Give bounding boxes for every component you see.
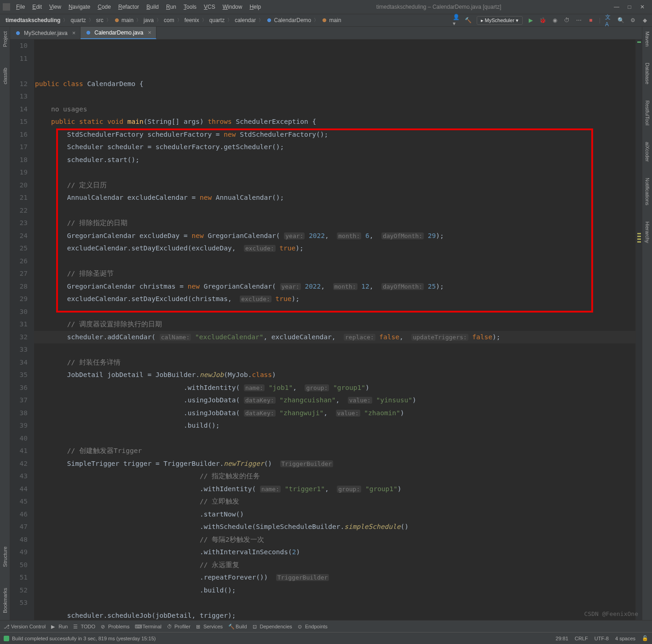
warning-marker[interactable] [637, 236, 641, 237]
menu-view[interactable]: View [46, 2, 64, 12]
close-button[interactable]: ✕ [639, 4, 646, 10]
bottom-todo[interactable]: ☰TODO [73, 624, 95, 629]
gutter-line[interactable]: 20 [10, 179, 28, 192]
code-line[interactable]: public static void main(String[] args) t… [34, 116, 635, 128]
gutter-line[interactable]: 17 [10, 141, 28, 154]
code-line[interactable]: // 永远重复 [34, 559, 635, 572]
gutter-line[interactable]: 36 [10, 382, 28, 395]
tab-myscheduler[interactable]: MyScheduler.java× [10, 27, 81, 39]
code-line[interactable]: // 指定触发的任务 [34, 470, 635, 483]
bottom-services[interactable]: ⊞Services [196, 624, 223, 629]
code-line[interactable]: scheduler.addCalendar( calName: "exclude… [34, 331, 635, 344]
gutter-line[interactable]: 21 [10, 191, 28, 204]
code-line[interactable]: // 每隔2秒触发一次 [34, 534, 635, 546]
crumb-src[interactable]: src [94, 16, 105, 24]
code-line[interactable]: StdSchedulerFactory schedulerFactory = n… [34, 128, 635, 141]
menu-navigate[interactable]: Navigate [65, 2, 93, 12]
gutter-line[interactable]: 18 [10, 154, 28, 167]
code-line[interactable]: // 封装任务详情 [34, 356, 635, 369]
menu-refactor[interactable]: Refactor [115, 2, 142, 12]
tool-maven[interactable]: Maven [644, 29, 651, 51]
gutter-line[interactable]: 42 [10, 458, 28, 470]
code-line[interactable] [34, 306, 635, 319]
gutter-line[interactable]: 51 [10, 571, 28, 584]
code-line[interactable]: .withSchedule(SimpleScheduleBuilder.simp… [34, 521, 635, 534]
crumb-java[interactable]: java [142, 16, 156, 24]
gutter-line[interactable] [10, 65, 28, 78]
gutter-line[interactable]: 31 [10, 318, 28, 331]
right-gutter[interactable] [635, 40, 642, 620]
bottom-run[interactable]: ▶Run [51, 624, 68, 629]
warning-marker[interactable] [637, 241, 641, 243]
gutter-line[interactable]: 11 [10, 52, 28, 65]
warning-marker[interactable] [637, 238, 641, 240]
crumb-quartz[interactable]: quartz [69, 16, 87, 24]
gutter-line[interactable]: 28 [10, 280, 28, 293]
code-line[interactable]: excludeCalendar.setDayExcluded(excludeDa… [34, 242, 635, 255]
minimize-button[interactable]: ― [613, 4, 620, 10]
gutter-line[interactable]: 49 [10, 546, 28, 559]
gutter-line[interactable]: 13 [10, 90, 28, 103]
code-line[interactable]: no usages [34, 103, 635, 116]
menu-build[interactable]: Build [143, 2, 162, 12]
tab-calendardemo[interactable]: CalendarDemo.java× [81, 27, 156, 39]
debug-icon[interactable]: 🐞 [539, 17, 547, 24]
encoding[interactable]: UTF-8 [594, 636, 609, 641]
code-line[interactable]: .repeatForever()) TriggerBuilder [34, 571, 635, 584]
tool-restfultool[interactable]: RestfulTool [644, 98, 651, 129]
code-line[interactable]: .startNow() [34, 508, 635, 521]
run-icon[interactable]: ▶ [527, 17, 535, 24]
gutter-line[interactable]: 44 [10, 483, 28, 496]
tool-project[interactable]: Project [1, 29, 9, 51]
gutter-line[interactable]: 43 [10, 470, 28, 483]
bottom-version-control[interactable]: ⎇Version Control [4, 624, 46, 629]
code-line[interactable]: .withIdentity( name: "trigger1", group: … [34, 483, 635, 496]
tool-classlib[interactable]: classlib [1, 65, 9, 88]
crumb-main[interactable]: main [112, 16, 135, 25]
gutter-line[interactable]: 32 [10, 331, 28, 344]
tool-notifications[interactable]: Notifications [644, 175, 651, 209]
gutter-line[interactable]: 12▶ [10, 78, 28, 91]
menu-help[interactable]: Help [246, 2, 264, 12]
coverage-icon[interactable]: ◉ [551, 17, 559, 24]
tool-bookmarks[interactable]: Bookmarks [1, 585, 9, 617]
gutter-line[interactable]: 33 [10, 343, 28, 356]
bottom-endpoints[interactable]: ⊙Endpoints [298, 624, 328, 629]
code-line[interactable]: SimpleTrigger trigger = TriggerBuilder.n… [34, 458, 635, 470]
crumb-timedtaskscheduling[interactable]: timedtaskscheduling [4, 16, 62, 24]
gutter-line[interactable]: 19 [10, 166, 28, 179]
gutter-line[interactable]: 16 [10, 128, 28, 141]
crumb-calendar[interactable]: calendar [233, 16, 258, 24]
code-line[interactable]: .build(); [34, 584, 635, 597]
menu-edit[interactable]: Edit [29, 2, 45, 12]
code-line[interactable]: scheduler.start(); [34, 154, 635, 167]
code-line[interactable]: .withIntervalInSeconds(2) [34, 546, 635, 559]
code-line[interactable]: // 定义日历 [34, 179, 635, 192]
code-line[interactable]: // 创建触发器Trigger [34, 445, 635, 458]
gutter-line[interactable]: 41 [10, 445, 28, 458]
gutter-line[interactable]: 29 [10, 293, 28, 306]
code-line[interactable] [34, 166, 635, 179]
code-line[interactable] [34, 597, 635, 609]
gutter-line[interactable]: 50 [10, 559, 28, 572]
gutter-line[interactable]: 52 [10, 584, 28, 597]
bottom-terminal[interactable]: ⌨Terminal [135, 624, 162, 629]
gutter-line[interactable]: 35 [10, 369, 28, 382]
attach-icon[interactable]: ⋯ [575, 17, 583, 24]
bottom-dependencies[interactable]: ⊡Dependencies [253, 624, 292, 629]
gutter-line[interactable]: 27 [10, 267, 28, 280]
settings-icon[interactable]: ⚙ [629, 17, 636, 24]
readonly-icon[interactable]: 🔓 [642, 635, 648, 641]
code-line[interactable] [34, 255, 635, 268]
code-line[interactable]: GregorianCalendar excludeDay = new Grego… [34, 230, 635, 243]
caret-position[interactable]: 29:81 [556, 636, 569, 641]
gutter-line[interactable]: 37 [10, 394, 28, 407]
gutter-line[interactable]: 45 [10, 495, 28, 508]
code-line[interactable] [34, 90, 635, 103]
code-line[interactable]: Scheduler scheduler = schedulerFactory.g… [34, 141, 635, 154]
menu-window[interactable]: Window [219, 2, 246, 12]
code-line[interactable]: .usingJobData( dataKey: "zhangwuji", val… [34, 407, 635, 420]
code-line[interactable]: // 立即触发 [34, 495, 635, 508]
bottom-problems[interactable]: ⊘Problems [101, 624, 129, 629]
close-tab-icon[interactable]: × [148, 29, 151, 36]
